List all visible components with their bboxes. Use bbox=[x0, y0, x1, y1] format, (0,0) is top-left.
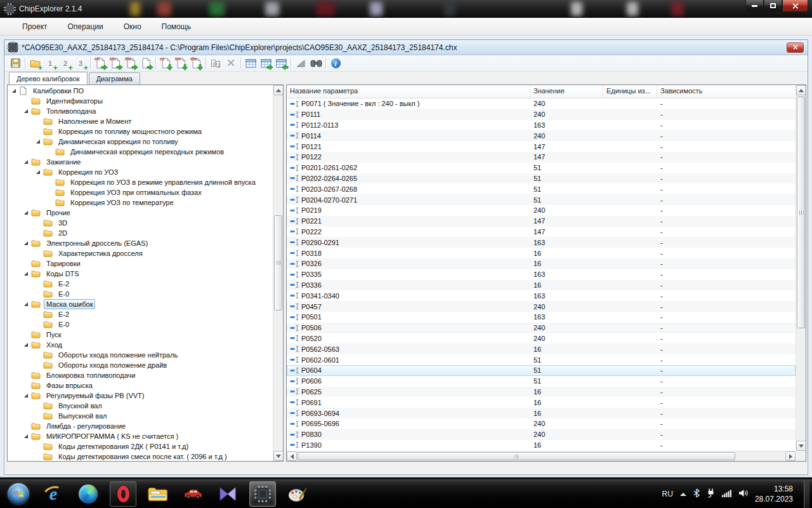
document-close-button[interactable] bbox=[787, 43, 804, 53]
tab-calibration-tree[interactable]: Дерево калибровок bbox=[9, 72, 88, 84]
show-desktop-button[interactable] bbox=[804, 480, 809, 508]
tree-item[interactable]: Коды детектирования смеси после кат. ( 2… bbox=[8, 451, 273, 460]
table-scrollbar-thumb[interactable] bbox=[797, 97, 805, 328]
tree-item[interactable]: E-0 bbox=[8, 289, 273, 299]
table-row[interactable]: P0506240- bbox=[287, 323, 796, 333]
scroll-left-button[interactable] bbox=[287, 451, 297, 461]
tree-item[interactable]: 3D bbox=[8, 218, 273, 228]
kmplayer-taskbar-button[interactable] bbox=[214, 481, 241, 507]
hscrollbar-thumb[interactable] bbox=[298, 452, 735, 460]
tree-item[interactable]: Прочие bbox=[8, 208, 273, 218]
table-row[interactable]: P0693-069416- bbox=[287, 408, 796, 418]
tree-item[interactable]: Топливоподача bbox=[8, 106, 273, 116]
table-view-button[interactable] bbox=[243, 57, 258, 70]
table-row[interactable]: P031816- bbox=[287, 248, 796, 258]
tree-scrollbar-thumb[interactable] bbox=[274, 215, 282, 311]
export-bin-button[interactable]: bin bbox=[108, 57, 123, 70]
tree-item[interactable]: МИКРОПРОГРАММА ( KS не считается ) bbox=[8, 431, 273, 441]
table-row[interactable]: P062516- bbox=[287, 387, 796, 398]
export-ofi-button[interactable]: ofi bbox=[93, 57, 108, 70]
expander-icon[interactable] bbox=[36, 170, 40, 174]
menu-item-Помощь[interactable]: Помощь bbox=[154, 20, 199, 34]
tree-item[interactable]: E-0 bbox=[8, 319, 273, 330]
table-row[interactable]: P0501163- bbox=[287, 312, 796, 323]
table-export-button[interactable] bbox=[258, 57, 273, 70]
tree-item[interactable]: Коды DTS bbox=[8, 269, 273, 279]
bluetooth-icon[interactable] bbox=[693, 488, 700, 500]
tree-item[interactable]: Обороты ххода положение драйв bbox=[8, 360, 273, 370]
tree-item[interactable]: Зажигание bbox=[8, 157, 273, 167]
table-row[interactable]: P0111240- bbox=[287, 109, 796, 120]
expander-icon[interactable] bbox=[24, 272, 28, 276]
tree-item[interactable]: Хход bbox=[8, 340, 273, 350]
chipexplorer-taskbar-button[interactable] bbox=[249, 481, 276, 507]
column-header-value[interactable]: Значение bbox=[530, 85, 603, 98]
expander-icon[interactable] bbox=[24, 109, 28, 113]
table-row[interactable]: P0112-0113163- bbox=[287, 120, 796, 131]
tree-vertical-scrollbar[interactable] bbox=[273, 85, 283, 461]
scroll-down-button[interactable] bbox=[796, 441, 806, 451]
column-header-parameter-name[interactable]: Название параметра bbox=[287, 85, 530, 98]
column-header-units[interactable]: Единицы из... bbox=[603, 85, 657, 98]
table-row[interactable]: P0201-0261-026251- bbox=[287, 163, 796, 173]
tree-item[interactable]: Маска ошибок bbox=[8, 299, 273, 309]
scroll-down-button[interactable] bbox=[273, 451, 284, 461]
table-row[interactable]: P0457240- bbox=[287, 301, 796, 312]
tree-item[interactable]: Динамическая коррекция переходных режимо… bbox=[8, 147, 273, 157]
table-row[interactable]: P0222147- bbox=[287, 227, 796, 237]
table-row[interactable]: P032616- bbox=[287, 258, 796, 269]
expander-icon[interactable] bbox=[24, 160, 28, 164]
internet-explorer-taskbar-button[interactable]: e bbox=[40, 481, 67, 507]
tree-item[interactable]: Лямбда - регулирование bbox=[8, 421, 273, 431]
expander-icon[interactable] bbox=[24, 394, 28, 398]
add-2-button[interactable]: 2+ bbox=[58, 57, 73, 70]
expander-icon[interactable] bbox=[24, 343, 28, 347]
tree-item[interactable]: E-2 bbox=[8, 309, 273, 319]
table-row[interactable]: P0341-0340163- bbox=[287, 290, 796, 301]
minimize-button[interactable] bbox=[745, 0, 764, 12]
table-row[interactable]: P0562-056316- bbox=[287, 344, 796, 354]
table-row[interactable]: P0203-0267-026851- bbox=[287, 184, 796, 194]
expander-icon[interactable] bbox=[24, 302, 28, 306]
tree-item[interactable]: Регулируемый фазы РВ (VVT) bbox=[8, 391, 273, 401]
table-row[interactable]: P0221147- bbox=[287, 216, 796, 227]
scroll-up-button[interactable] bbox=[796, 85, 806, 95]
table-row[interactable]: P0202-0264-026551- bbox=[287, 173, 796, 184]
expander-icon[interactable] bbox=[24, 434, 28, 438]
edge-taskbar-button[interactable] bbox=[75, 481, 102, 507]
export-file-button[interactable] bbox=[138, 57, 154, 70]
table-row[interactable]: P0121147- bbox=[287, 141, 796, 152]
tab-diagram[interactable]: Диаграмма bbox=[89, 72, 140, 84]
scroll-up-button[interactable] bbox=[273, 85, 284, 95]
tree-item[interactable]: Коррекция УОЗ при оптимальных фазах bbox=[8, 187, 273, 197]
scroll-right-button[interactable] bbox=[785, 451, 796, 461]
maximize-button[interactable] bbox=[764, 0, 782, 12]
table-row[interactable]: P0122147- bbox=[287, 152, 796, 163]
import-dta-button[interactable]: dta bbox=[188, 57, 204, 70]
table-row[interactable]: P0602-060151- bbox=[287, 354, 796, 365]
menu-item-Окно[interactable]: Окно bbox=[115, 20, 150, 34]
export-dta-button[interactable]: dta bbox=[123, 57, 138, 70]
network-signal-icon[interactable] bbox=[722, 488, 731, 500]
tree-item[interactable]: E-2 bbox=[8, 279, 273, 289]
chart-view-button[interactable] bbox=[293, 57, 308, 70]
table-row[interactable]: P033616- bbox=[287, 280, 796, 291]
tree-item[interactable]: Электронный дроссель (EGAS) bbox=[8, 238, 273, 248]
column-header-dependency[interactable]: Зависимость bbox=[657, 85, 806, 98]
table-row[interactable]: P0830240- bbox=[287, 429, 796, 440]
menu-item-Проект[interactable]: Проект bbox=[14, 20, 56, 34]
info-button[interactable]: i bbox=[328, 57, 343, 70]
search-button[interactable] bbox=[308, 57, 324, 70]
paint-taskbar-button[interactable] bbox=[284, 481, 311, 507]
tree-item[interactable]: Коррекция УОЗ по температуре bbox=[8, 197, 273, 208]
tree-item[interactable]: Идентификаторы bbox=[8, 96, 273, 106]
tree-item[interactable]: Наполнение и Момент bbox=[8, 116, 273, 126]
expander-icon[interactable] bbox=[12, 89, 16, 93]
opera-taskbar-button[interactable] bbox=[110, 481, 136, 507]
file-explorer-taskbar-button[interactable] bbox=[145, 481, 171, 507]
table-vertical-scrollbar[interactable] bbox=[796, 85, 806, 461]
table-row[interactable]: P060451- bbox=[287, 365, 796, 376]
table-row[interactable]: P0114240- bbox=[287, 130, 796, 141]
binary-view-button[interactable]: 01 bbox=[208, 57, 223, 70]
tree-item[interactable]: Коррекция по топливу мощностного режима bbox=[8, 126, 273, 137]
